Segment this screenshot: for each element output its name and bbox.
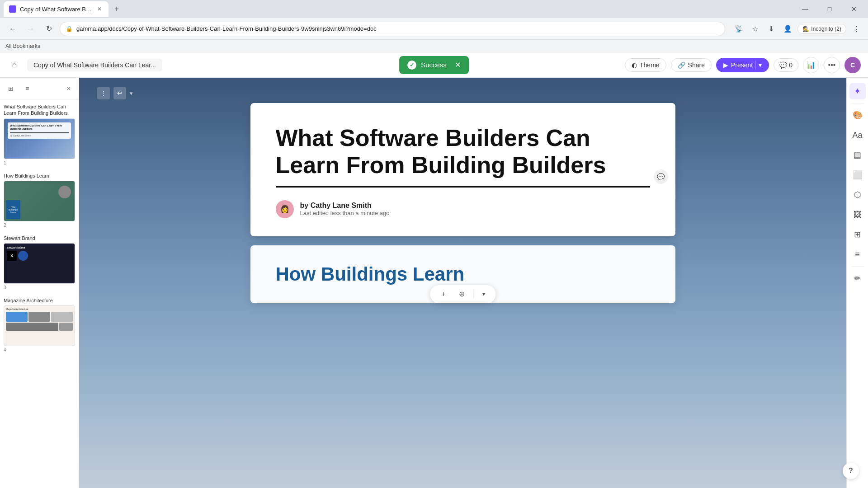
list-button[interactable]: ≡ — [849, 246, 866, 263]
slide-2-title: How Buildings Learn — [4, 173, 75, 179]
bottom-toolbar: + ⊕ ▾ — [430, 285, 495, 303]
author-info: by Cathy Lane Smith Last edited less tha… — [300, 202, 390, 216]
slide-3-preview: Stewart Brand X — [4, 243, 75, 284]
book-thumbnail: How Buildings Learn — [6, 200, 20, 219]
theme-icon: ◐ — [632, 61, 637, 69]
profile-icon[interactable]: 👤 — [781, 23, 794, 35]
incognito-badge: 🕵 Incognito (2) — [797, 24, 846, 34]
maximize-button[interactable]: □ — [819, 1, 840, 17]
content-area: ⋮ ↩ ▾ What Software Builders Can Learn F… — [79, 78, 846, 488]
slide-thumbnail-2[interactable]: How Buildings Learn How Buildings Learn … — [0, 169, 79, 231]
success-toast: ✓ Success ✕ — [399, 56, 469, 74]
slide-4-bottom-row — [6, 323, 73, 331]
slide-3-title: Stewart Brand — [4, 235, 75, 241]
present-chevron-icon[interactable]: ▾ — [759, 61, 762, 69]
slide-thumbnail-4[interactable]: Magazine Architecture Magazine Architect… — [0, 294, 79, 356]
help-button[interactable]: ? — [843, 463, 859, 479]
slide-panel: ⊞ ≡ ✕ What Software Builders Can Learn F… — [0, 78, 79, 488]
ai-assistant-button[interactable]: ✦ — [849, 83, 866, 99]
shape-button[interactable]: ⬜ — [849, 167, 866, 183]
layout-icon: ▤ — [854, 150, 861, 160]
toolbar-divider — [473, 290, 474, 299]
star-icon[interactable]: ☆ — [749, 23, 761, 35]
layout-button[interactable]: ▤ — [849, 147, 866, 163]
share-label: Share — [688, 61, 705, 69]
toast-icon: ✓ — [407, 61, 416, 70]
author-row: 👩 by Cathy Lane Smith Last edited less t… — [276, 200, 650, 218]
comment-button[interactable]: 💬 0 — [774, 58, 798, 72]
toast-close-button[interactable]: ✕ — [455, 61, 461, 69]
author-name: by Cathy Lane Smith — [300, 202, 390, 210]
add-block-button[interactable]: + — [437, 288, 450, 300]
image-icon: 🖼 — [854, 210, 862, 220]
card-wrapper: ⋮ ↩ ▾ What Software Builders Can Learn F… — [79, 78, 846, 312]
present-divider — [755, 61, 756, 70]
list-view-button[interactable]: ≡ — [21, 82, 33, 95]
card-title-text: What Software Builders Can Learn From Bu… — [276, 125, 606, 178]
draw-button[interactable]: ✏ — [849, 270, 866, 286]
slide-1-title: What Software Builders Can Learn From Bu… — [4, 103, 75, 117]
main-layout: ⊞ ≡ ✕ What Software Builders Can Learn F… — [0, 78, 868, 488]
cast-icon[interactable]: 📡 — [732, 23, 745, 35]
present-button[interactable]: ▶ Present ▾ — [716, 58, 769, 72]
analytics-button[interactable]: 📊 — [803, 57, 819, 73]
tab-title: Copy of What Software Builder — [20, 6, 92, 13]
browser-tab[interactable]: Copy of What Software Builder ✕ — [4, 1, 108, 17]
style-button[interactable]: 🎨 — [849, 107, 866, 123]
slide-1-number: 1 — [4, 160, 75, 165]
right-sidebar: ✦ 🎨 Aa ▤ ⬜ ⬡ 🖼 — [846, 78, 868, 488]
url-text: gamma.app/docs/Copy-of-What-Software-Bui… — [76, 25, 377, 32]
close-button[interactable]: ✕ — [844, 1, 864, 17]
slide-thumbnail-3[interactable]: Stewart Brand Stewart Brand X 3 — [0, 231, 79, 294]
minimize-button[interactable]: — — [795, 1, 816, 17]
user-avatar[interactable]: C — [844, 57, 861, 73]
author-avatar: 👩 — [276, 200, 294, 218]
slide-thumbnail-1[interactable]: What Software Builders Can Learn From Bu… — [0, 100, 79, 169]
grid-view-button[interactable]: ⊞ — [5, 82, 17, 95]
breadcrumb[interactable]: Copy of What Software Builders Can Lear.… — [27, 59, 162, 71]
slide-2-preview: How Buildings Learn — [4, 181, 75, 221]
slide-2-number: 2 — [4, 223, 75, 228]
app-body: ⌂ Copy of What Software Builders Can Lea… — [0, 52, 868, 488]
present-label: Present — [731, 61, 753, 69]
bookmarks-bar: All Bookmarks — [0, 40, 868, 52]
right-sidebar-divider-2 — [851, 266, 864, 267]
theme-label: Theme — [640, 61, 660, 69]
slide-4-title: Magazine Architecture — [4, 297, 75, 304]
main-slide-card: What Software Builders Can Learn From Bu… — [250, 103, 675, 236]
bookmarks-label: All Bookmarks — [5, 43, 40, 49]
list-icon: ≡ — [855, 250, 860, 259]
reload-button[interactable]: ↻ — [42, 22, 56, 36]
forward-button[interactable]: → — [24, 22, 38, 36]
new-tab-button[interactable]: + — [110, 3, 123, 15]
sidebar-close-button[interactable]: ✕ — [63, 83, 74, 94]
address-bar[interactable]: 🔒 gamma.app/docs/Copy-of-What-Software-B… — [60, 22, 725, 36]
text-button[interactable]: Aa — [849, 127, 866, 143]
home-button[interactable]: ⌂ — [7, 58, 22, 72]
share-button[interactable]: 🔗 Share — [671, 58, 712, 72]
last-edited-text: Last edited less than a minute ago — [300, 210, 390, 216]
extensions-icon[interactable]: ⋮ — [850, 23, 863, 35]
image-button[interactable]: 🖼 — [849, 206, 866, 223]
component-button[interactable]: ⬡ — [849, 187, 866, 203]
present-play-icon: ▶ — [723, 61, 728, 69]
toolbar-chevron[interactable]: ▾ — [479, 290, 488, 299]
slide-1-white-box: What Software Builders Can Learn From Bu… — [8, 122, 71, 139]
grid-button[interactable]: ⊞ — [849, 226, 866, 243]
card-comment-button[interactable]: 💬 — [654, 169, 668, 184]
browser-titlebar: Copy of What Software Builder ✕ + — □ ✕ — [0, 0, 868, 18]
shape-icon: ⬜ — [853, 170, 863, 180]
theme-button[interactable]: ◐ Theme — [625, 58, 666, 72]
more-edit-button[interactable]: ⋮ — [97, 87, 110, 99]
sidebar-toolbar: ⊞ ≡ ✕ — [0, 78, 79, 100]
move-button[interactable]: ⊕ — [455, 288, 468, 300]
pencil-icon: ✏ — [854, 273, 861, 283]
undo-button[interactable]: ↩ — [113, 87, 126, 99]
tab-favicon — [9, 5, 16, 13]
back-button[interactable]: ← — [5, 22, 20, 36]
download-icon[interactable]: ⬇ — [765, 23, 778, 35]
more-options-button[interactable]: ••• — [824, 57, 840, 73]
topbar-right: ◐ Theme 🔗 Share ▶ Present ▾ 💬 0 📊 — [625, 57, 861, 73]
undo-chevron[interactable]: ▾ — [130, 90, 133, 97]
tab-close-button[interactable]: ✕ — [96, 5, 103, 13]
